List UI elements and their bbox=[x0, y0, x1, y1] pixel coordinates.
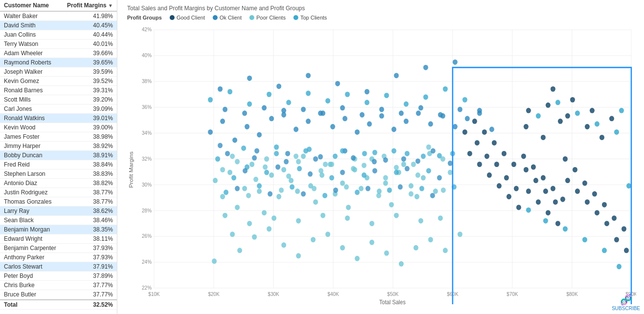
svg-point-295 bbox=[531, 165, 536, 170]
row-customer-name: Juan Collins bbox=[4, 31, 86, 38]
table-row[interactable]: Joseph Walker39.59% bbox=[0, 67, 117, 77]
svg-point-121 bbox=[428, 121, 433, 126]
svg-point-170 bbox=[318, 154, 323, 160]
table-row[interactable]: Chris Burke37.77% bbox=[0, 281, 117, 290]
svg-point-269 bbox=[602, 202, 607, 208]
svg-point-54 bbox=[301, 153, 306, 159]
svg-point-102 bbox=[438, 215, 443, 221]
table-row[interactable]: Antonio Diaz38.82% bbox=[0, 179, 117, 188]
svg-point-166 bbox=[274, 145, 279, 150]
table-row[interactable]: Justin Rodriguez38.77% bbox=[0, 188, 117, 197]
svg-point-238 bbox=[423, 94, 428, 100]
svg-point-302 bbox=[526, 108, 531, 113]
table-row[interactable]: Adam Wheeler39.66% bbox=[0, 49, 117, 58]
row-profit-margin: 37.77% bbox=[86, 282, 113, 289]
svg-point-178 bbox=[405, 151, 410, 156]
table-body[interactable]: Walter Baker41.98%David Smith40.45%Juan … bbox=[0, 12, 117, 314]
table-row[interactable]: James Foster38.98% bbox=[0, 132, 117, 142]
svg-point-322 bbox=[602, 248, 607, 253]
svg-text:$80K: $80K bbox=[566, 291, 577, 297]
svg-point-248 bbox=[359, 112, 364, 118]
legend-item: Poor Clients bbox=[249, 15, 286, 21]
table-row[interactable]: Edward Wright38.11% bbox=[0, 234, 117, 244]
svg-point-182 bbox=[448, 161, 453, 166]
table-row[interactable]: Ronald Watkins39.01% bbox=[0, 114, 117, 123]
svg-point-307 bbox=[551, 86, 555, 92]
svg-point-171 bbox=[329, 162, 334, 167]
svg-point-210 bbox=[279, 188, 284, 193]
svg-point-103 bbox=[208, 129, 213, 135]
svg-point-187 bbox=[264, 170, 269, 175]
row-customer-name: Benjamin Morgan bbox=[4, 226, 86, 233]
svg-point-203 bbox=[437, 175, 442, 181]
table-row[interactable]: Raymond Roberts39.65% bbox=[0, 58, 117, 67]
svg-point-134 bbox=[423, 65, 428, 70]
legend-item: Top Clients bbox=[293, 15, 327, 21]
svg-point-223 bbox=[420, 186, 424, 191]
x-axis-label: Total Sales bbox=[379, 299, 406, 304]
table-row[interactable]: Kevin Gomez39.52% bbox=[0, 77, 117, 86]
svg-point-101 bbox=[419, 218, 423, 224]
svg-point-293 bbox=[511, 162, 516, 167]
svg-point-230 bbox=[266, 92, 271, 97]
table-row[interactable]: Kevin Wood39.00% bbox=[0, 123, 117, 132]
svg-point-140 bbox=[254, 148, 259, 153]
svg-point-165 bbox=[263, 165, 267, 170]
row-customer-name: Raymond Roberts bbox=[4, 59, 86, 66]
svg-point-127 bbox=[218, 86, 222, 92]
table-row[interactable]: Stephen Larson38.83% bbox=[0, 169, 117, 179]
table-row[interactable]: David Smith40.45% bbox=[0, 21, 117, 30]
svg-point-287 bbox=[614, 237, 619, 242]
svg-point-158 bbox=[431, 148, 436, 153]
subscribe-button[interactable]: 🧬 SUBSCRIBE bbox=[612, 294, 640, 311]
svg-point-310 bbox=[609, 116, 614, 121]
svg-point-72 bbox=[415, 194, 420, 199]
row-customer-name: Chris Burke bbox=[4, 282, 86, 289]
row-customer-name: Ronald Watkins bbox=[4, 115, 86, 122]
svg-text:36%: 36% bbox=[142, 104, 152, 110]
row-customer-name: Walter Baker bbox=[4, 13, 86, 20]
svg-point-71 bbox=[409, 183, 414, 188]
table-row[interactable]: Walter Baker41.98% bbox=[0, 12, 117, 21]
svg-point-188 bbox=[275, 165, 280, 170]
svg-text:42%: 42% bbox=[142, 26, 152, 33]
table-row[interactable]: Ronald Barnes39.31% bbox=[0, 86, 117, 95]
row-customer-name: Justin Rodriguez bbox=[4, 189, 86, 196]
chart-title: Total Sales and Profit Margins by Custom… bbox=[127, 5, 636, 12]
svg-point-239 bbox=[443, 86, 448, 92]
svg-point-181 bbox=[437, 153, 442, 158]
table-row[interactable]: Sean Black38.46% bbox=[0, 216, 117, 225]
table-row[interactable]: Bobby Duncan38.91% bbox=[0, 151, 117, 160]
svg-point-180 bbox=[426, 145, 431, 150]
table-row[interactable]: Fred Reid38.84% bbox=[0, 160, 117, 169]
legend-item-label: Ok Client bbox=[220, 15, 242, 21]
row-profit-margin: 38.62% bbox=[86, 208, 113, 214]
svg-point-123 bbox=[453, 124, 458, 129]
table-row[interactable]: Carl Jones39.09% bbox=[0, 105, 117, 114]
svg-point-183 bbox=[220, 167, 225, 172]
table-row[interactable]: Thomas Gonzales38.77% bbox=[0, 197, 117, 207]
table-row[interactable]: Terry Watson40.01% bbox=[0, 40, 117, 49]
table-row[interactable]: Bruce Butler37.77% bbox=[0, 290, 117, 299]
svg-point-209 bbox=[267, 191, 272, 197]
svg-point-106 bbox=[244, 124, 249, 129]
svg-point-61 bbox=[346, 205, 351, 210]
table-row[interactable]: Juan Collins40.44% bbox=[0, 30, 117, 40]
table-row[interactable]: Carlos Stewart37.91% bbox=[0, 262, 117, 272]
svg-point-41 bbox=[220, 194, 225, 199]
svg-point-118 bbox=[392, 126, 397, 132]
table-row[interactable]: Anthony Parker37.93% bbox=[0, 253, 117, 262]
table-row[interactable]: Benjamin Morgan38.35% bbox=[0, 225, 117, 234]
table-row[interactable]: Jimmy Harper38.92% bbox=[0, 142, 117, 151]
row-profit-margin: 39.65% bbox=[86, 59, 113, 66]
table-row[interactable]: Benjamin Carpenter37.93% bbox=[0, 244, 117, 253]
svg-point-96 bbox=[296, 218, 301, 224]
svg-point-81 bbox=[296, 253, 301, 258]
table-row[interactable]: Larry Ray38.62% bbox=[0, 207, 117, 216]
svg-point-89 bbox=[414, 245, 419, 251]
table-row[interactable]: Peter Boyd37.89% bbox=[0, 272, 117, 281]
table-row[interactable]: Scott Mills39.20% bbox=[0, 95, 117, 105]
row-profit-margin: 38.82% bbox=[86, 180, 113, 187]
row-profit-margin: 38.84% bbox=[86, 161, 113, 168]
svg-point-316 bbox=[619, 108, 624, 113]
